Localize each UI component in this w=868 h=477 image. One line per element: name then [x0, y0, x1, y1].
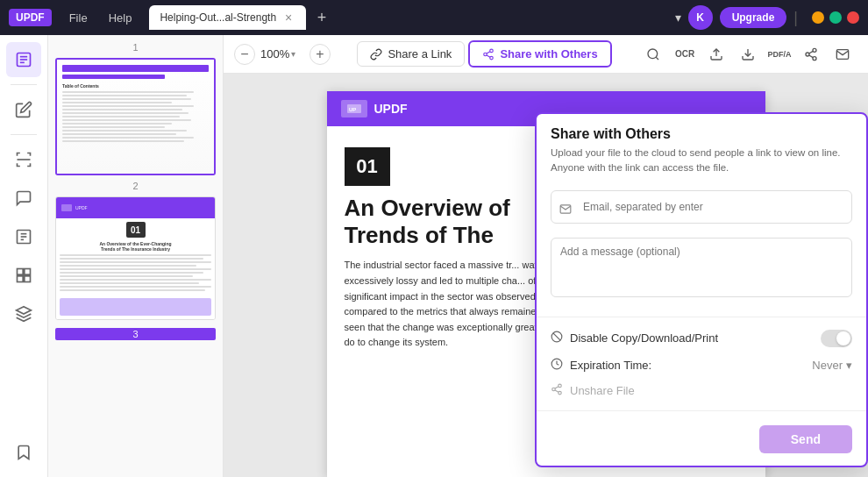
tab-label: Helping-Out...al-Strength — [160, 11, 276, 24]
svg-point-16 — [490, 56, 494, 60]
main-layout: 1 Table of Contents — [0, 35, 868, 477]
sidebar-divider-1 — [11, 84, 37, 85]
share-others-label: Share with Others — [500, 47, 597, 61]
unshare-icon — [551, 383, 563, 398]
svg-point-14 — [490, 49, 494, 53]
share-area: Share a Link Share with Others — [357, 40, 611, 68]
mail-icon[interactable] — [828, 39, 857, 69]
share-link-label: Share a Link — [388, 47, 452, 61]
share-icon[interactable] — [796, 39, 826, 69]
disable-label: Disable Copy/Download/Print — [551, 331, 718, 345]
sidebar-icon-layers[interactable] — [6, 296, 41, 331]
svg-line-37 — [555, 386, 559, 388]
message-input[interactable] — [551, 238, 852, 297]
zoom-out-button[interactable]: − — [234, 44, 255, 65]
thumbnail-content-1: Table of Contents — [57, 60, 214, 174]
pdf-chapter-box: 01 — [345, 147, 390, 186]
unshare-row[interactable]: Unshare File — [537, 378, 866, 403]
share-panel-desc: Upload your file to the cloud to send pe… — [551, 146, 852, 176]
disable-copy-icon — [551, 331, 563, 345]
ocr-icon[interactable]: OCR — [670, 39, 700, 69]
tab-close-btn[interactable]: × — [281, 11, 295, 25]
pdf-area[interactable]: UP UPDF 01 An Overview of Trends of The … — [224, 74, 868, 477]
email-input[interactable] — [551, 190, 852, 224]
unshare-label: Unshare File — [570, 384, 635, 397]
maximize-button[interactable] — [829, 11, 842, 24]
main-content: − 100% ▾ + Share a Link Share with Other… — [224, 35, 868, 477]
tab-add-btn[interactable]: + — [309, 5, 334, 30]
pdfa-icon[interactable]: PDF/A — [765, 39, 794, 69]
sidebar-divider-2 — [11, 134, 37, 135]
toolbar: − 100% ▾ + Share a Link Share with Other… — [224, 35, 868, 74]
expiry-label: Expiration Time: — [551, 358, 651, 373]
expiry-label-text: Expiration Time: — [570, 359, 651, 372]
disable-copy-label: Disable Copy/Download/Print — [570, 331, 718, 345]
svg-line-36 — [555, 389, 559, 391]
share-others-button[interactable]: Share with Others — [468, 40, 611, 68]
search-icon[interactable] — [638, 39, 668, 69]
page-num-2: 2 — [55, 181, 216, 191]
titlebar: UPDF File Help Helping-Out...al-Strength… — [0, 0, 868, 35]
thumbnail-page-2[interactable]: UPDF 01 An Overview of the Ever-Changing… — [55, 196, 216, 320]
sidebar-icon-organize[interactable] — [6, 258, 41, 293]
svg-point-19 — [648, 49, 658, 59]
email-wrapper — [551, 190, 852, 231]
app-logo: UPDF — [9, 9, 52, 26]
share-panel-title: Share with Others — [551, 126, 852, 142]
svg-line-20 — [656, 57, 658, 60]
expiry-icon — [551, 358, 563, 373]
sidebar-icon-comment[interactable] — [6, 181, 41, 216]
svg-line-31 — [553, 333, 560, 340]
sidebar-icon-edit[interactable] — [6, 92, 41, 127]
svg-line-17 — [487, 54, 490, 56]
svg-point-35 — [559, 391, 562, 395]
share-panel: Share with Others Upload your file to th… — [535, 112, 868, 467]
share-link-button[interactable]: Share a Link — [357, 41, 465, 67]
svg-line-27 — [809, 51, 814, 53]
sidebar-icon-bookmark[interactable] — [6, 435, 41, 470]
download-icon[interactable] — [733, 39, 763, 69]
share-others-icon — [482, 48, 494, 61]
menu-file[interactable]: File — [60, 8, 96, 28]
send-button[interactable]: Send — [759, 425, 852, 453]
minimize-button[interactable] — [812, 11, 824, 24]
upload-icon[interactable] — [701, 39, 731, 69]
sidebar-icon-scan[interactable] — [6, 142, 41, 177]
svg-point-23 — [813, 48, 816, 52]
svg-point-34 — [552, 388, 556, 391]
expiry-chevron-icon: ▾ — [846, 359, 852, 372]
right-toolbar-icons: OCR PDF/A — [638, 39, 857, 69]
tab-document[interactable]: Helping-Out...al-Strength × — [149, 5, 306, 30]
avatar[interactable]: K — [688, 5, 713, 30]
window-dropdown[interactable]: ▾ — [675, 11, 681, 25]
send-row: Send — [537, 418, 866, 466]
thumbnail-page-1[interactable]: Table of Contents — [55, 58, 216, 175]
tab-bar: Helping-Out...al-Strength × + — [149, 5, 674, 30]
close-button[interactable] — [847, 11, 859, 24]
separator: | — [793, 9, 798, 27]
svg-rect-9 — [18, 269, 24, 275]
thumbnail-content-2: UPDF 01 An Overview of the Ever-Changing… — [56, 197, 215, 319]
svg-line-26 — [809, 55, 814, 58]
sidebar-icon-document[interactable] — [6, 42, 41, 77]
sidebar-icon-forms[interactable] — [6, 219, 41, 254]
svg-marker-13 — [17, 307, 32, 314]
expiry-value-text: Never — [812, 359, 843, 372]
toggle-thumb — [836, 331, 850, 345]
svg-point-33 — [559, 384, 562, 388]
svg-point-25 — [813, 56, 816, 60]
expiry-value-control[interactable]: Never ▾ — [812, 359, 852, 372]
zoom-value[interactable]: 100% ▾ — [260, 47, 304, 61]
disable-toggle[interactable] — [821, 330, 852, 347]
upgrade-button[interactable]: Upgrade — [720, 7, 787, 28]
divider-2 — [537, 410, 866, 411]
thumbnail-panel[interactable]: 1 Table of Contents — [48, 35, 224, 477]
menu-help[interactable]: Help — [100, 8, 141, 28]
svg-rect-10 — [25, 269, 31, 275]
pdf-logo: UP — [341, 100, 367, 117]
expiry-row: Expiration Time: Never ▾ — [537, 352, 866, 378]
svg-rect-11 — [18, 276, 24, 282]
zoom-in-button[interactable]: + — [309, 44, 331, 65]
svg-point-24 — [806, 53, 809, 56]
svg-point-15 — [484, 53, 487, 56]
